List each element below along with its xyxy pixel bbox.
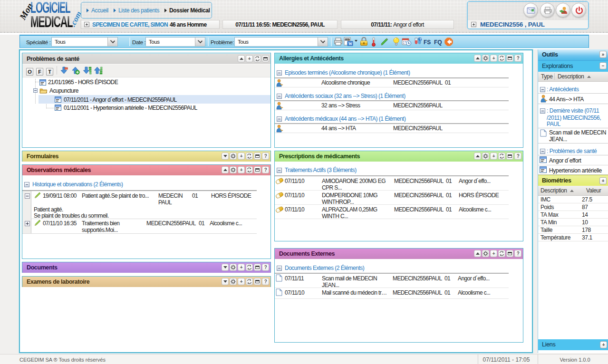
svg-text:?: ? — [419, 37, 422, 41]
svg-text:W: W — [348, 42, 352, 46]
svg-text:123: 123 — [345, 39, 349, 41]
